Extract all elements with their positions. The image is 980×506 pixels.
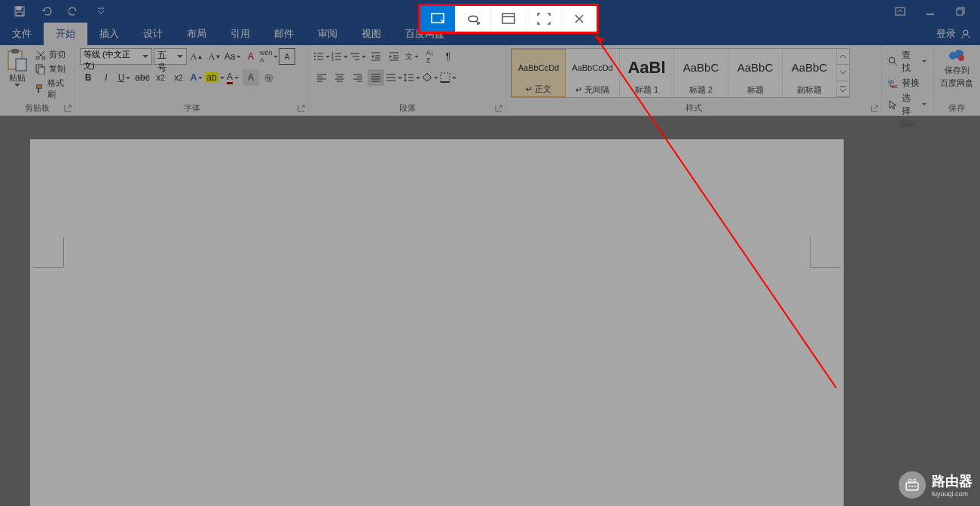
svg-point-19 <box>314 59 316 60</box>
tab-view[interactable]: 视图 <box>350 23 393 45</box>
watermark-text: 路由器 luyouqi.com <box>932 472 972 498</box>
svg-text:ac: ac <box>892 84 898 89</box>
sort-button[interactable]: A↓Z <box>422 48 438 65</box>
style-subtitle[interactable]: AaBbC 副标题 <box>783 49 837 97</box>
save-to-cloud-button[interactable]: 保存到 百度网盘 <box>938 48 975 89</box>
asian-layout-button[interactable]: 文 <box>404 48 420 65</box>
font-color-button[interactable]: A <box>224 69 241 86</box>
decrease-indent-button[interactable] <box>368 48 384 65</box>
character-shading-button[interactable]: A <box>243 69 259 86</box>
align-right-button[interactable] <box>350 69 366 86</box>
styles-launcher[interactable] <box>869 103 880 114</box>
style-title[interactable]: AaBbC 标题 <box>728 49 783 97</box>
clipboard-launcher[interactable] <box>63 103 73 114</box>
replace-button[interactable]: abac 替换 <box>887 76 928 90</box>
group-clipboard: 粘贴 剪切 复制 格式刷 剪贴板 <box>0 45 75 115</box>
tab-references[interactable]: 引用 <box>218 23 262 45</box>
font-size-select[interactable]: 五号 <box>154 48 187 65</box>
strikethrough-button[interactable]: abc <box>134 69 151 86</box>
clear-formatting-button[interactable]: A <box>243 48 259 65</box>
change-case-button[interactable]: Aa <box>224 48 241 65</box>
gallery-up-button[interactable] <box>837 49 849 65</box>
tab-insert[interactable]: 插入 <box>87 23 131 45</box>
snip-rectangular-button[interactable] <box>420 6 456 32</box>
style-normal[interactable]: AaBbCcDd ↵ 正文 <box>511 49 566 97</box>
bullets-button[interactable] <box>313 48 330 65</box>
tab-file[interactable]: 文件 <box>0 23 44 45</box>
highlight-button[interactable]: ab <box>206 69 223 86</box>
redo-button[interactable] <box>60 1 87 22</box>
style-heading1[interactable]: AaBl 标题 1 <box>620 49 674 97</box>
line-spacing-button[interactable] <box>404 69 420 86</box>
italic-button[interactable]: I <box>98 69 114 86</box>
style-heading2[interactable]: AaBbC 标题 2 <box>674 49 728 97</box>
paste-button[interactable]: 粘贴 <box>5 48 31 87</box>
ribbon-display-button[interactable] <box>885 1 915 22</box>
document-area[interactable] <box>0 139 980 506</box>
save-button[interactable] <box>6 1 33 22</box>
gallery-down-button[interactable] <box>837 65 849 81</box>
gallery-scroll <box>837 49 849 97</box>
gallery-more-button[interactable] <box>837 81 849 97</box>
styles-gallery: AaBbCcDd ↵ 正文 AaBbCcDd ↵ 无间隔 AaBl 标题 1 A… <box>511 48 850 98</box>
qat-customize-button[interactable] <box>87 1 114 22</box>
svg-line-64 <box>894 62 897 66</box>
increase-indent-button[interactable] <box>386 48 402 65</box>
underline-button[interactable]: U <box>116 69 133 86</box>
watermark: 路由器 luyouqi.com <box>899 471 972 498</box>
align-left-button[interactable] <box>313 69 330 86</box>
tab-home[interactable]: 开始 <box>44 23 87 45</box>
numbering-button[interactable]: 123 <box>331 48 348 65</box>
copy-button[interactable]: 复制 <box>34 62 70 75</box>
snip-freeform-button[interactable] <box>456 6 491 32</box>
tab-layout[interactable]: 布局 <box>175 23 218 45</box>
show-marks-button[interactable]: ¶ <box>440 48 456 65</box>
user-icon <box>960 29 971 39</box>
text-effects-button[interactable]: A <box>188 69 205 86</box>
borders-button[interactable] <box>440 69 456 86</box>
paragraph-launcher[interactable] <box>493 103 504 114</box>
group-label-styles: 样式 <box>511 102 877 115</box>
restore-button[interactable] <box>945 1 975 22</box>
undo-button[interactable] <box>33 1 60 22</box>
multilevel-list-button[interactable] <box>350 48 366 65</box>
tab-design[interactable]: 设计 <box>131 23 175 45</box>
tab-review[interactable]: 审阅 <box>306 23 350 45</box>
shrink-font-button[interactable]: A▼ <box>206 48 223 65</box>
minimize-button[interactable] <box>915 1 945 22</box>
snip-close-button[interactable] <box>562 6 597 32</box>
style-no-spacing[interactable]: AaBbCcDd ↵ 无间隔 <box>566 49 620 97</box>
font-launcher[interactable] <box>296 103 307 114</box>
character-border-button[interactable]: A <box>279 48 295 65</box>
group-label-clipboard: 剪贴板 <box>5 102 70 115</box>
bold-button[interactable]: B <box>80 69 96 86</box>
svg-text:3: 3 <box>331 57 334 62</box>
page[interactable] <box>30 139 844 506</box>
group-label-font: 字体 <box>80 102 304 115</box>
tab-mailings[interactable]: 邮件 <box>262 23 306 45</box>
cloud-icon <box>948 48 966 63</box>
format-painter-button[interactable]: 格式刷 <box>34 77 70 101</box>
cut-button[interactable]: 剪切 <box>34 48 70 61</box>
margin-mark-right-h <box>811 267 841 268</box>
align-center-button[interactable] <box>331 69 348 86</box>
snip-fullscreen-button[interactable] <box>527 6 562 32</box>
grow-font-button[interactable]: A▲ <box>188 48 205 65</box>
align-justify-button[interactable] <box>368 69 384 86</box>
enclose-character-button[interactable]: ㊙ <box>261 69 277 86</box>
shading-button[interactable] <box>422 69 438 86</box>
font-family-select[interactable]: 等线 (中文正文) <box>80 48 152 65</box>
select-button[interactable]: 选择 <box>887 91 928 118</box>
copy-icon <box>35 64 46 75</box>
svg-point-10 <box>36 56 39 59</box>
superscript-button[interactable]: x2 <box>170 69 187 86</box>
login-button[interactable]: 登录 <box>936 27 980 45</box>
phonetic-guide-button[interactable]: wénA <box>261 48 277 65</box>
quick-access-toolbar <box>0 1 114 22</box>
snip-window-button[interactable] <box>491 6 527 32</box>
margin-mark-left-v <box>63 237 64 267</box>
distributed-button[interactable] <box>386 69 402 86</box>
svg-point-15 <box>314 53 316 54</box>
find-button[interactable]: 查找 <box>887 48 928 75</box>
svg-rect-3 <box>896 8 905 15</box>
